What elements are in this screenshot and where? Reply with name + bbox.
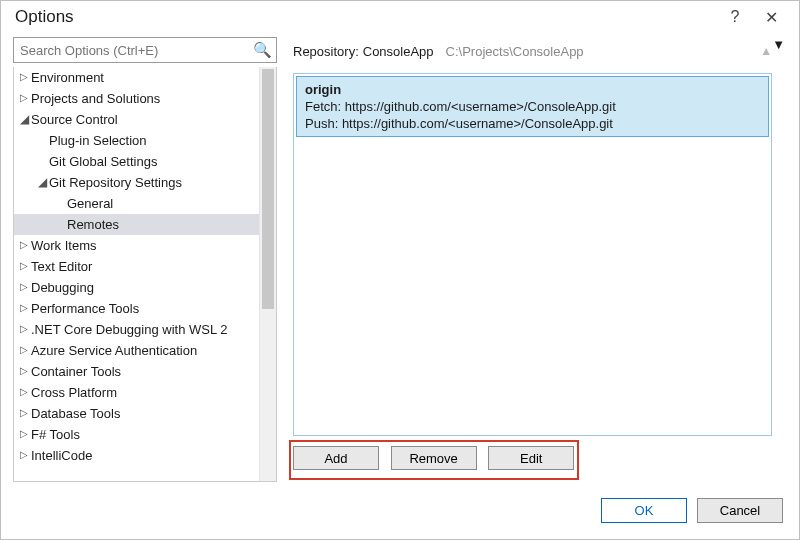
tree-item-label: Environment [30, 70, 104, 85]
search-input[interactable] [13, 37, 277, 63]
chevron-right-icon[interactable]: ▷ [18, 92, 30, 103]
tree-item-label: Database Tools [30, 406, 120, 421]
ok-button[interactable]: OK [601, 498, 687, 523]
remote-push: Push: https://github.com/<username>/Cons… [305, 115, 760, 132]
chevron-up-icon[interactable]: ▲ [760, 44, 772, 58]
tree-item-label: F# Tools [30, 427, 80, 442]
tree-item[interactable]: ▷Projects and Solutions [14, 88, 276, 109]
tree-item[interactable]: ▷Container Tools [14, 361, 276, 382]
remote-fetch: Fetch: https://github.com/<username>/Con… [305, 98, 760, 115]
options-right-panel: Repository: ConsoleApp C:\Projects\Conso… [277, 37, 772, 482]
tree-item-label: Plug-in Selection [48, 133, 147, 148]
chevron-right-icon[interactable]: ▷ [18, 428, 30, 439]
tree-item[interactable]: ▷Database Tools [14, 403, 276, 424]
tree-item[interactable]: ▷IntelliCode [14, 445, 276, 466]
tree-item[interactable]: ◢Git Repository Settings [14, 172, 276, 193]
tree-item[interactable]: ▷Text Editor [14, 256, 276, 277]
tree-item-label: Git Global Settings [48, 154, 157, 169]
tree-item-label: Work Items [30, 238, 97, 253]
tree-item-label: .NET Core Debugging with WSL 2 [30, 322, 228, 337]
tree-item[interactable]: ▷Performance Tools [14, 298, 276, 319]
repo-header[interactable]: Repository: ConsoleApp C:\Projects\Conso… [293, 37, 772, 65]
help-icon[interactable]: ? [717, 8, 753, 26]
chevron-right-icon[interactable]: ▷ [18, 386, 30, 397]
tree-item[interactable]: ▷.NET Core Debugging with WSL 2 [14, 319, 276, 340]
tree-item-label: Source Control [30, 112, 118, 127]
chevron-right-icon[interactable]: ▷ [18, 365, 30, 376]
tree-item[interactable]: ◢Source Control [14, 109, 276, 130]
remote-buttons-row: Add Remove Edit [293, 446, 772, 482]
titlebar: Options ? ✕ [1, 1, 799, 31]
tree-item[interactable]: Remotes [14, 214, 276, 235]
chevron-down-icon[interactable]: ◢ [18, 112, 30, 126]
chevron-down-icon[interactable]: ◢ [36, 175, 48, 189]
tree-item[interactable]: ▷Azure Service Authentication [14, 340, 276, 361]
repo-path: C:\Projects\ConsoleApp [446, 44, 584, 59]
remotes-list[interactable]: origin Fetch: https://github.com/<userna… [293, 73, 772, 436]
tree-item[interactable]: ▷Work Items [14, 235, 276, 256]
chevron-right-icon[interactable]: ▷ [18, 260, 30, 271]
options-left-panel: 🔍 ▷Environment▷Projects and Solutions◢So… [9, 37, 277, 482]
tree-item[interactable]: General [14, 193, 276, 214]
tree-item[interactable]: ▷Debugging [14, 277, 276, 298]
chevron-right-icon[interactable]: ▷ [18, 281, 30, 292]
tree-item-label: Container Tools [30, 364, 121, 379]
remote-name: origin [305, 81, 760, 98]
tree-item-label: Git Repository Settings [48, 175, 182, 190]
tree-scrollbar[interactable] [259, 67, 276, 481]
tree-item-label: Projects and Solutions [30, 91, 160, 106]
tree-item[interactable]: ▷Cross Platform [14, 382, 276, 403]
scrollbar-thumb[interactable] [262, 69, 274, 309]
repo-name: ConsoleApp [363, 44, 434, 59]
dialog-footer: OK Cancel [1, 482, 799, 539]
tree-item-label: Performance Tools [30, 301, 139, 316]
remote-entry[interactable]: origin Fetch: https://github.com/<userna… [296, 76, 769, 137]
tree-item-label: Cross Platform [30, 385, 117, 400]
options-dialog: Options ? ✕ 🔍 ▷Environment▷Projects and … [0, 0, 800, 540]
tree-item-label: General [66, 196, 113, 211]
close-icon[interactable]: ✕ [753, 8, 789, 27]
tree-item-label: Debugging [30, 280, 94, 295]
window-title: Options [15, 7, 74, 27]
highlight-frame [289, 440, 579, 480]
chevron-right-icon[interactable]: ▷ [18, 407, 30, 418]
chevron-right-icon[interactable]: ▷ [18, 344, 30, 355]
options-tree: ▷Environment▷Projects and Solutions◢Sour… [13, 67, 277, 482]
chevron-right-icon[interactable]: ▷ [18, 302, 30, 313]
tree-item[interactable]: ▷Environment [14, 67, 276, 88]
chevron-down-icon[interactable]: ▼ [772, 37, 785, 482]
tree-item-label: IntelliCode [30, 448, 92, 463]
repo-label: Repository: [293, 44, 359, 59]
chevron-right-icon[interactable]: ▷ [18, 71, 30, 82]
tree-item[interactable]: Plug-in Selection [14, 130, 276, 151]
tree-item-label: Text Editor [30, 259, 92, 274]
tree-item[interactable]: ▷F# Tools [14, 424, 276, 445]
chevron-right-icon[interactable]: ▷ [18, 449, 30, 460]
chevron-right-icon[interactable]: ▷ [18, 323, 30, 334]
tree-item-label: Remotes [66, 217, 119, 232]
tree-item[interactable]: Git Global Settings [14, 151, 276, 172]
tree-item-label: Azure Service Authentication [30, 343, 197, 358]
chevron-right-icon[interactable]: ▷ [18, 239, 30, 250]
cancel-button[interactable]: Cancel [697, 498, 783, 523]
